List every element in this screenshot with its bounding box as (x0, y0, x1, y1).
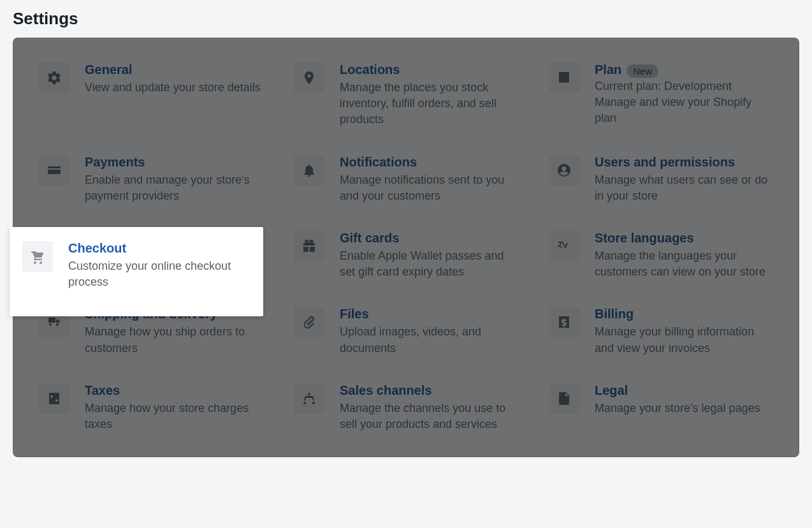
tile-shipping[interactable]: Shipping and delivery Manage how you shi… (39, 307, 263, 356)
new-badge: New (627, 64, 658, 78)
tile-title: Gift cards (340, 231, 399, 246)
gear-icon (39, 62, 69, 93)
tile-desc: Manage the languages your customers can … (595, 248, 773, 280)
tile-desc: Upload images, videos, and documents (340, 324, 518, 356)
tile-title: Files (340, 307, 369, 321)
percent-icon (39, 383, 69, 414)
tile-legal[interactable]: Legal Manage your store's legal pages (549, 383, 773, 432)
paperclip-icon (294, 307, 324, 337)
tile-checkout[interactable]: Checkout Customize your online checkout … (39, 231, 263, 280)
tile-desc: View and update your store details (85, 80, 261, 96)
tile-title: Checkout (85, 231, 143, 246)
tile-desc: Manage the places you stock inventory, f… (340, 80, 518, 128)
tile-title: General (85, 62, 132, 77)
tile-title: Billing (595, 307, 634, 321)
tile-plan[interactable]: PlanNew Current plan: Development Manage… (549, 62, 773, 128)
tile-desc: Manage how your store charges taxes (85, 400, 263, 432)
tile-title: Notifications (340, 155, 417, 170)
tile-billing[interactable]: Billing Manage your billing information … (549, 307, 773, 356)
tile-title: Users and permissions (595, 155, 735, 170)
tile-general[interactable]: General View and update your store detai… (39, 62, 263, 128)
person-circle-icon (549, 155, 579, 186)
cart-icon (39, 231, 69, 261)
tile-title: Locations (340, 62, 400, 77)
channels-icon (294, 383, 324, 414)
tile-subtitle: Current plan: Development (595, 80, 773, 93)
tile-users[interactable]: Users and permissions Manage what users … (549, 155, 773, 204)
tile-title: Store languages (595, 231, 694, 246)
tile-desc: Manage notifications sent to you and you… (340, 172, 518, 204)
tile-languages[interactable]: Store languages Manage the languages you… (549, 231, 773, 280)
settings-panel-wrap: General View and update your store detai… (13, 38, 799, 457)
page-title: Settings (13, 9, 799, 29)
tile-title: Plan (595, 62, 621, 77)
settings-panel: General View and update your store detai… (13, 38, 799, 457)
tile-payments[interactable]: Payments Enable and manage your store's … (39, 155, 263, 204)
tile-title: Shipping and delivery (85, 307, 217, 321)
tile-desc: Manage and view your Shopify plan (595, 94, 773, 126)
tile-title: Taxes (85, 383, 120, 398)
tile-notifications[interactable]: Notifications Manage notifications sent … (294, 155, 518, 204)
tile-desc: Manage your store's legal pages (595, 400, 760, 416)
tile-title: Sales channels (340, 383, 432, 398)
tile-files[interactable]: Files Upload images, videos, and documen… (294, 307, 518, 356)
bell-icon (294, 155, 324, 186)
tile-desc: Manage your billing information and view… (595, 324, 773, 356)
tile-taxes[interactable]: Taxes Manage how your store charges taxe… (39, 383, 263, 432)
tile-title: Payments (85, 155, 145, 170)
tile-desc: Enable Apple Wallet passes and set gift … (340, 248, 518, 280)
tile-desc: Enable and manage your store's payment p… (85, 172, 263, 204)
gift-icon (294, 231, 324, 261)
tile-desc: Manage the channels you use to sell your… (340, 400, 518, 432)
truck-icon (39, 307, 69, 337)
tile-title: Legal (595, 383, 628, 398)
tile-sales-channels[interactable]: Sales channels Manage the channels you u… (294, 383, 518, 432)
document-icon (549, 383, 579, 414)
settings-grid: General View and update your store detai… (39, 62, 773, 432)
dollar-icon (549, 307, 579, 337)
tile-giftcards[interactable]: Gift cards Enable Apple Wallet passes an… (294, 231, 518, 280)
translate-icon (549, 231, 579, 261)
receipt-icon (549, 62, 579, 93)
tile-locations[interactable]: Locations Manage the places you stock in… (294, 62, 518, 128)
tile-desc: Manage what users can see or do in your … (595, 172, 773, 204)
tile-desc: Manage how you ship orders to customers (85, 324, 263, 356)
tile-desc: Customize your online checkout process (85, 248, 263, 280)
location-pin-icon (294, 62, 324, 93)
credit-card-icon (39, 155, 69, 186)
